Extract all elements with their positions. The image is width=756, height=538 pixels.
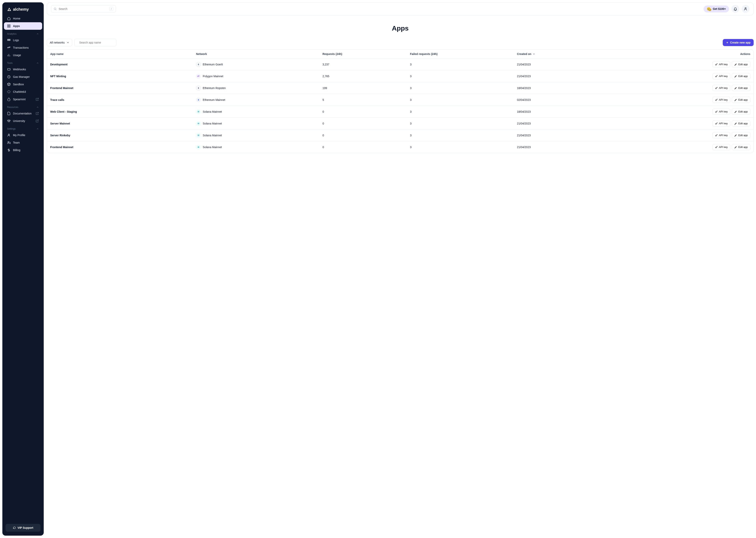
section-header-resources[interactable]: Resources	[4, 103, 42, 110]
sidebar-item-spearmint[interactable]: Spearmint	[4, 95, 42, 103]
cell-network: Solana Mainnet	[196, 109, 322, 114]
cell-actions: API keyEdit app	[624, 132, 750, 138]
pencil-icon	[734, 98, 737, 101]
network-icon	[196, 62, 201, 67]
cell-app-name[interactable]: Frontend Mainnet	[50, 86, 196, 90]
network-label: Ethereum Mainnet	[203, 98, 225, 101]
account-button[interactable]	[742, 5, 749, 13]
cell-actions: API keyEdit app	[624, 97, 750, 103]
sidebar-item-documentation[interactable]: Documentation	[4, 110, 42, 117]
api-key-button[interactable]: API key	[713, 109, 731, 115]
create-app-button[interactable]: Create new app	[723, 39, 754, 46]
cell-app-name[interactable]: Trace calls	[50, 98, 196, 101]
api-key-button[interactable]: API key	[713, 132, 731, 138]
sidebar-item-label: Usage	[13, 54, 21, 57]
edit-app-button[interactable]: Edit app	[732, 144, 750, 150]
cell-app-name[interactable]: NFT Minting	[50, 75, 196, 78]
network-label: Solana Mainnet	[203, 145, 222, 149]
section-header-tools[interactable]: Tools	[4, 59, 42, 66]
key-icon	[715, 110, 718, 113]
svg-rect-25	[198, 134, 199, 135]
brand-logo[interactable]: alchemy	[4, 6, 42, 15]
sidebar-item-profile[interactable]: My Profile	[4, 132, 42, 139]
section-header-analytics[interactable]: Analytics	[4, 30, 42, 36]
svg-rect-19	[198, 112, 199, 112]
cell-network: Solana Mainnet	[196, 145, 322, 149]
sidebar-item-label: Gas Manager	[13, 75, 30, 79]
cell-actions: API keyEdit app	[624, 109, 750, 115]
svg-rect-6	[8, 69, 10, 70]
col-created-sort[interactable]: Created on	[517, 52, 624, 56]
network-filter-dropdown[interactable]: All networks	[47, 39, 72, 46]
edit-app-button[interactable]: Edit app	[732, 109, 750, 115]
svg-point-9	[8, 141, 9, 143]
sidebar-item-transactions[interactable]: Transactions	[4, 44, 42, 51]
external-link-icon	[35, 119, 39, 123]
cell-app-name[interactable]: Server Rinkeby	[50, 134, 196, 137]
promo-pill[interactable]: 🥹🥹 Get $100+	[704, 6, 729, 12]
svg-rect-31	[198, 147, 199, 148]
search-input[interactable]	[59, 7, 107, 11]
cell-app-name[interactable]: Server Mainnet	[50, 122, 196, 125]
table-row: NFT MintingPolygon Mainnet2,765321/04/20…	[47, 70, 753, 82]
key-icon	[715, 98, 718, 101]
section-header-settings[interactable]: Settings	[4, 125, 42, 132]
api-key-button[interactable]: API key	[713, 61, 731, 67]
notifications-button[interactable]	[732, 5, 739, 13]
col-app-name: App name	[50, 52, 196, 56]
cell-requests: 5	[322, 98, 410, 101]
cell-requests: 2,765	[322, 75, 410, 78]
sidebar-item-university[interactable]: University	[4, 117, 42, 125]
sidebar-item-home[interactable]: Home	[4, 15, 42, 22]
api-key-button[interactable]: API key	[713, 73, 731, 79]
cell-actions: API keyEdit app	[624, 120, 750, 127]
cell-created: 21/04/2023	[517, 145, 624, 149]
edit-app-button[interactable]: Edit app	[732, 61, 750, 67]
api-key-button[interactable]: API key	[713, 144, 731, 150]
svg-rect-1	[9, 25, 10, 26]
sidebar-item-usage[interactable]: Usage	[4, 51, 42, 59]
edit-app-button[interactable]: Edit app	[732, 73, 750, 79]
edit-app-button[interactable]: Edit app	[732, 132, 750, 138]
sidebar-item-gas[interactable]: Gas Manager	[4, 73, 42, 81]
cell-app-name[interactable]: Frontend Mainnet	[50, 145, 196, 149]
sidebar-item-apps[interactable]: Apps	[4, 22, 42, 30]
api-key-button[interactable]: API key	[713, 85, 731, 91]
svg-rect-23	[198, 124, 199, 124]
key-icon	[715, 75, 718, 78]
grid-icon	[7, 24, 11, 28]
cell-actions: API keyEdit app	[624, 85, 750, 91]
sidebar-item-team[interactable]: Team	[4, 139, 42, 146]
cell-app-name[interactable]: Web Client - Staging	[50, 110, 196, 113]
cell-requests: 0	[322, 134, 410, 137]
table-row: Trace callsEthereum Mainnet5302/04/2023A…	[47, 94, 753, 106]
edit-app-button[interactable]: Edit app	[732, 97, 750, 103]
sidebar-item-label: Home	[13, 17, 20, 20]
svg-rect-17	[198, 111, 199, 111]
sidebar-item-sandbox[interactable]: Sandbox	[4, 81, 42, 88]
cell-failed: 3	[410, 122, 517, 125]
section-label: Settings	[7, 128, 16, 130]
network-icon	[196, 145, 201, 149]
cell-created: 21/04/2023	[517, 122, 624, 125]
app-search[interactable]	[74, 39, 117, 46]
sidebar-item-billing[interactable]: Billing	[4, 146, 42, 154]
vip-label: VIP Support	[18, 526, 33, 529]
vip-support-button[interactable]: VIP Support	[6, 524, 41, 532]
edit-app-button[interactable]: Edit app	[732, 120, 750, 127]
api-key-button[interactable]: API key	[713, 120, 731, 127]
chevron-up-icon	[36, 62, 39, 64]
svg-rect-26	[198, 135, 199, 135]
api-key-button[interactable]: API key	[713, 97, 731, 103]
sidebar-item-chatweb3[interactable]: ChatWeb3	[4, 88, 42, 95]
cell-network: Ethereum Goerli	[196, 62, 322, 67]
cell-app-name[interactable]: Development	[50, 63, 196, 66]
global-search[interactable]: /	[51, 5, 116, 13]
sidebar-item-label: Team	[13, 141, 20, 144]
sidebar-item-logs[interactable]: Logs	[4, 36, 42, 44]
app-search-input[interactable]	[79, 41, 114, 44]
edit-app-button[interactable]: Edit app	[732, 85, 750, 91]
sidebar-item-label: Apps	[13, 25, 20, 27]
bell-icon	[733, 7, 737, 11]
sidebar-item-webhooks[interactable]: Webhooks	[4, 66, 42, 73]
